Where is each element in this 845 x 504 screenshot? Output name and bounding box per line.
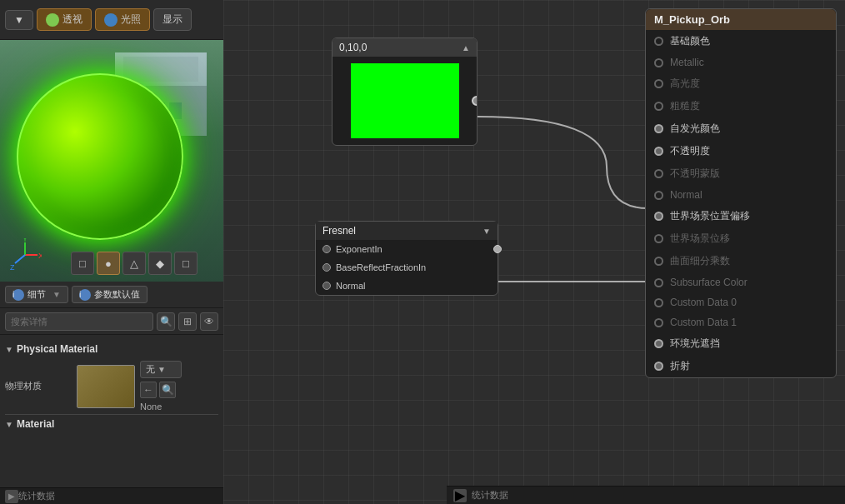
eye-button[interactable]: 👁 — [200, 312, 218, 331]
pickup-pin-dot[interactable] — [654, 278, 663, 287]
stats-icon: ▶ — [5, 490, 18, 503]
params-tab[interactable]: i 参数默认值 — [72, 286, 148, 303]
y-axis-label: Y — [22, 238, 28, 243]
main-canvas[interactable]: 0,10,0 ▲ Fresnel ▼ ExponentIn BaseReflec… — [223, 0, 845, 504]
canvas-stats-label: 统计数据 — [472, 489, 508, 502]
pickup-pin-dot[interactable] — [654, 169, 663, 178]
display-button[interactable]: 显示 — [153, 8, 192, 31]
pickup-pin-row: 高光度 — [646, 72, 836, 95]
physical-material-row: 物理材质 无 ▼ ← 🔍 None — [5, 358, 218, 414]
fresnel-basereflect-row: BaseReflectFractionIn — [316, 258, 498, 277]
pickup-pin-row: 曲面细分乘数 — [646, 250, 836, 272]
search-input[interactable] — [5, 312, 153, 331]
vp-icon-5[interactable]: □ — [174, 252, 198, 275]
pickup-pin-label: Custom Data 1 — [670, 317, 737, 328]
pickup-pin-label: Metallic — [670, 57, 704, 68]
pickup-pin-label: 曲面细分乘数 — [670, 254, 730, 268]
fresnel-node: Fresnel ▼ ExponentIn BaseReflectFraction… — [315, 221, 498, 296]
pickup-pin-dot[interactable] — [654, 124, 663, 133]
x-axis-label: X — [38, 252, 42, 260]
pickup-pin-row: 粗糙度 — [646, 95, 836, 117]
pickup-pin-dot[interactable] — [654, 234, 663, 243]
pickup-pin-label: Normal — [670, 189, 702, 201]
vp-icon-4[interactable]: ◆ — [148, 252, 172, 275]
physical-material-section: ▼ Physical Material — [5, 340, 218, 358]
pickup-pin-row: Normal — [646, 185, 836, 205]
search-bar: 🔍 ⊞ 👁 — [0, 308, 223, 335]
pickup-pin-label: 环境光遮挡 — [670, 337, 720, 351]
fresnel-exponent-row: ExponentIn — [316, 240, 498, 258]
pickup-pin-label: 自发光颜色 — [670, 122, 720, 136]
dropdown-arrow: ▼ — [14, 14, 24, 26]
pickup-node-header: M_Pickup_Orb — [646, 9, 836, 30]
pickup-pin-dot[interactable] — [654, 79, 663, 88]
pickup-pin-row: 环境光遮挡 — [646, 332, 836, 355]
svg-line-2 — [15, 255, 25, 263]
pickup-pin-dot[interactable] — [654, 147, 663, 156]
exponent-input-pin[interactable] — [322, 245, 331, 253]
properties-panel: ▼ Physical Material 物理材质 无 ▼ ← 🔍 None ▼ — [0, 335, 223, 487]
tab-dropdown[interactable]: ▼ — [52, 290, 61, 299]
pickup-pin-dot[interactable] — [654, 298, 663, 307]
bottom-stats: ▶ 统计数据 — [0, 487, 223, 504]
info-icon: i — [12, 289, 24, 301]
vp-icon-1[interactable]: □ — [71, 252, 94, 275]
color-output-pin[interactable] — [472, 96, 478, 106]
vp-icon-3[interactable]: △ — [122, 252, 146, 275]
material-dropdown[interactable]: 无 ▼ — [140, 361, 182, 378]
canvas-bottom-bar: ▶ 统计数据 — [447, 486, 845, 504]
green-color-swatch[interactable] — [351, 63, 459, 138]
pickup-pin-label: 世界场景位置偏移 — [670, 209, 750, 223]
color-node: 0,10,0 ▲ — [332, 37, 478, 146]
pickup-pin-row: Metallic — [646, 52, 836, 72]
pickup-pin-dot[interactable] — [654, 191, 663, 200]
normal-input-pin[interactable] — [322, 282, 331, 290]
pickup-pin-dot[interactable] — [654, 102, 663, 111]
pickup-pin-dot[interactable] — [654, 37, 663, 46]
pickup-pin-label: Custom Data 0 — [670, 297, 737, 308]
none-label: None — [140, 402, 182, 412]
dropdown-button[interactable]: ▼ — [5, 10, 33, 30]
pickup-pin-label: 高光度 — [670, 77, 700, 91]
pickup-pin-label: 世界场景位移 — [670, 232, 730, 246]
material-section: ▼ Material — [5, 414, 218, 433]
stats-label: 统计数据 — [18, 490, 55, 502]
details-tab[interactable]: i 细节 ▼ — [5, 286, 68, 303]
details-tabs: i 细节 ▼ i 参数默认值 — [0, 282, 223, 308]
pickup-pin-dot[interactable] — [654, 257, 663, 266]
pickup-pin-label: 粗糙度 — [670, 99, 700, 113]
pickup-pin-row: 基础颜色 — [646, 30, 836, 52]
pickup-pin-label: Subsurface Color — [670, 277, 748, 288]
axis-indicator: X Y Z — [8, 238, 42, 272]
pickup-pin-row: 折射 — [646, 355, 836, 377]
lighting-icon — [104, 13, 118, 27]
pickup-pins: 基础颜色Metallic高光度粗糙度自发光颜色不透明度不透明蒙版Normal世界… — [646, 30, 836, 377]
pickup-pin-row: Custom Data 1 — [646, 312, 836, 332]
pickup-pin-label: 折射 — [670, 359, 690, 373]
physical-material-label: 物理材质 — [5, 380, 72, 392]
arrow-icon-btn[interactable]: ← — [140, 382, 157, 398]
pickup-pin-dot[interactable] — [654, 58, 663, 67]
pickup-pin-dot[interactable] — [654, 318, 663, 327]
color-node-content — [332, 57, 477, 145]
pickup-pin-label: 不透明度 — [670, 144, 710, 158]
color-node-header: 0,10,0 ▲ — [332, 38, 477, 57]
vp-icon-2[interactable]: ● — [97, 252, 120, 275]
basereflect-input-pin[interactable] — [322, 263, 331, 272]
fresnel-output-pin[interactable] — [493, 245, 502, 253]
perspective-button[interactable]: 透视 — [37, 8, 92, 31]
grid-view-button[interactable]: ⊞ — [178, 312, 197, 331]
canvas-stats-icon: ▶ — [453, 489, 467, 502]
section-arrow: ▼ — [5, 345, 13, 354]
viewport: X Y Z □ ● △ ◆ □ — [0, 40, 223, 282]
pickup-pin-dot[interactable] — [654, 362, 663, 371]
fresnel-node-header: Fresnel ▼ — [316, 222, 498, 240]
pickup-pin-dot[interactable] — [654, 339, 663, 348]
pickup-pin-row: 不透明蒙版 — [646, 162, 836, 185]
refresh-icon-btn[interactable]: 🔍 — [159, 382, 176, 398]
lighting-button[interactable]: 光照 — [95, 8, 150, 31]
pickup-pin-label: 不透明蒙版 — [670, 167, 720, 181]
search-button[interactable]: 🔍 — [157, 312, 175, 331]
pickup-pin-dot[interactable] — [654, 212, 663, 221]
pickup-pin-row: 自发光颜色 — [646, 117, 836, 140]
